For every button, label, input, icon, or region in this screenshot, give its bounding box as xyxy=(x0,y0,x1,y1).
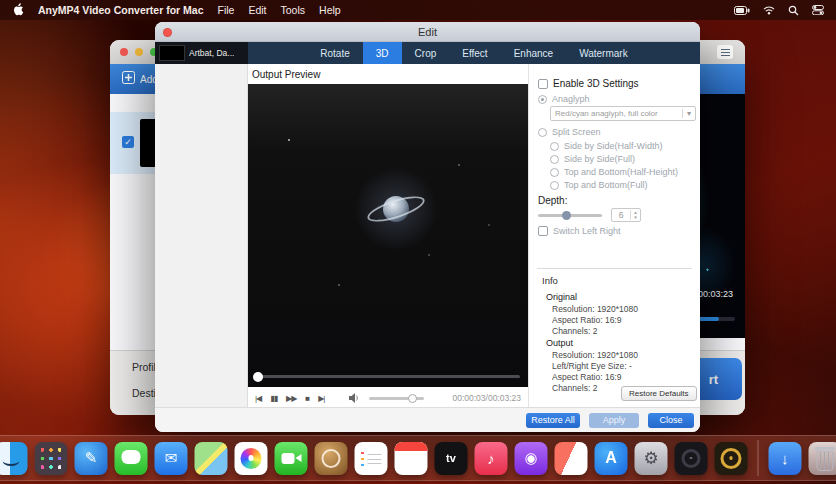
close-button[interactable]: Close xyxy=(648,413,694,428)
stop-button[interactable]: ■ xyxy=(305,394,309,403)
news-icon[interactable] xyxy=(555,442,588,475)
edit-dialog-title: Edit xyxy=(418,26,437,38)
fast-forward-button[interactable]: ▶▶ xyxy=(286,394,296,403)
app-store-icon[interactable]: A xyxy=(595,442,628,475)
menu-edit[interactable]: Edit xyxy=(248,4,266,16)
sidebar-video-item[interactable]: Artbat, Da... xyxy=(155,42,248,64)
reminders-icon[interactable] xyxy=(355,442,388,475)
anaglyph-mode-dropdown[interactable]: Red/cyan anaglyph, full color ▾ xyxy=(550,106,696,121)
video-converter-icon[interactable] xyxy=(715,442,748,475)
launchpad-icon[interactable] xyxy=(35,442,68,475)
side-by-side-half-radio[interactable] xyxy=(550,142,559,151)
menu-tools[interactable]: Tools xyxy=(281,4,306,16)
video-preview xyxy=(248,84,528,387)
messages-icon[interactable] xyxy=(115,442,148,475)
tab-crop[interactable]: Crop xyxy=(402,42,450,64)
next-frame-button[interactable]: ▶| xyxy=(318,394,324,403)
note-glyph: ♪ xyxy=(475,442,508,475)
calendar-icon[interactable] xyxy=(395,442,428,475)
enable-3d-checkbox[interactable] xyxy=(538,79,548,89)
output-title: Output xyxy=(546,338,573,348)
playback-controls: |◀ ▮▮ ▶▶ ■ ▶| 00:00:03/00:03:23 xyxy=(248,388,528,408)
tab-watermark[interactable]: Watermark xyxy=(566,42,641,64)
depth-slider[interactable] xyxy=(538,214,602,217)
volume-handle[interactable] xyxy=(408,394,417,403)
spinner-down-icon[interactable]: ▾ xyxy=(631,215,640,220)
pen-glyph: ✎ xyxy=(75,442,108,475)
depth-label: Depth: xyxy=(538,195,567,206)
podcasts-icon[interactable]: ◉ xyxy=(515,442,548,475)
list-view-button[interactable] xyxy=(717,45,733,59)
original-resolution: Resolution: 1920*1080 xyxy=(552,304,638,314)
round-brown-app-icon[interactable] xyxy=(315,442,348,475)
anaglyph-radio[interactable] xyxy=(538,95,547,104)
finder-icon[interactable] xyxy=(0,442,28,475)
tab-enhance[interactable]: Enhance xyxy=(501,42,566,64)
desktop-wallpaper: AnyMP4 Video Converter for Mac File Edit… xyxy=(0,0,836,484)
close-window-button[interactable] xyxy=(120,48,128,56)
maps-icon[interactable] xyxy=(195,442,228,475)
top-bottom-half-radio[interactable] xyxy=(550,168,559,177)
chevron-down-icon: ▾ xyxy=(682,109,695,118)
control-center-icon[interactable] xyxy=(812,5,824,15)
menu-help[interactable]: Help xyxy=(319,4,341,16)
output-channels: Channels: 2 xyxy=(552,383,597,393)
tab-rotate[interactable]: Rotate xyxy=(307,42,362,64)
download-arrow-glyph: ↓ xyxy=(769,442,802,475)
close-dialog-button[interactable] xyxy=(163,28,172,37)
edit-titlebar: Edit xyxy=(155,22,700,42)
anaglyph-mode-value: Red/cyan anaglyph, full color xyxy=(551,109,682,118)
depth-slider-handle[interactable] xyxy=(562,211,571,220)
envelope-glyph: ✉ xyxy=(155,442,188,475)
apple-menu-icon[interactable] xyxy=(12,3,24,18)
side-by-side-half-label: Side by Side(Half-Width) xyxy=(564,141,663,151)
top-bottom-full-radio[interactable] xyxy=(550,181,559,190)
apple-tv-icon[interactable]: tv xyxy=(435,442,468,475)
sidebar-video-thumbnail xyxy=(159,45,185,61)
original-channels: Channels: 2 xyxy=(552,326,597,336)
app-store-glyph: A xyxy=(595,442,628,475)
wifi-icon[interactable] xyxy=(763,6,775,15)
podcasts-glyph: ◉ xyxy=(515,442,548,475)
tab-3d[interactable]: 3D xyxy=(363,42,402,64)
minimize-window-button[interactable] xyxy=(135,48,143,56)
system-settings-icon[interactable]: ⚙ xyxy=(635,442,668,475)
battery-icon[interactable] xyxy=(734,6,750,15)
split-screen-radio[interactable] xyxy=(538,128,547,137)
seek-handle[interactable] xyxy=(253,372,263,382)
row-checkbox[interactable]: ✓ xyxy=(122,136,134,148)
edit-tab-bar: Rotate 3D Crop Effect Enhance Watermark xyxy=(248,42,700,64)
apply-button[interactable]: Apply xyxy=(589,413,639,428)
photos-icon[interactable] xyxy=(235,442,268,475)
output-resolution: Resolution: 1920*1080 xyxy=(552,350,638,360)
downloads-icon[interactable]: ↓ xyxy=(769,442,802,475)
clip-duration: 00:03:23 xyxy=(698,289,733,299)
enable-3d-label: Enable 3D Settings xyxy=(553,78,639,89)
output-aspect-ratio: Aspect Ratio: 16:9 xyxy=(552,372,621,382)
switch-left-right-checkbox[interactable] xyxy=(538,226,548,236)
pause-button[interactable]: ▮▮ xyxy=(270,394,277,403)
seek-bar[interactable] xyxy=(256,375,520,378)
side-by-side-full-label: Side by Side(Full) xyxy=(564,154,635,164)
depth-value-spinner[interactable]: 6 ▴ ▾ xyxy=(611,208,641,222)
side-by-side-full-radio[interactable] xyxy=(550,155,559,164)
restore-all-button[interactable]: Restore All xyxy=(526,413,580,428)
disc-app-icon[interactable] xyxy=(675,442,708,475)
tab-effect[interactable]: Effect xyxy=(449,42,500,64)
volume-slider[interactable] xyxy=(369,397,424,400)
mail-icon[interactable]: ✉ xyxy=(155,442,188,475)
menu-file[interactable]: File xyxy=(218,4,235,16)
restore-defaults-button[interactable]: Restore Defaults xyxy=(621,386,697,401)
anaglyph-label: Anaglyph xyxy=(552,94,590,104)
previous-frame-button[interactable]: |◀ xyxy=(255,394,261,403)
facetime-icon[interactable] xyxy=(275,442,308,475)
original-aspect-ratio: Aspect Ratio: 16:9 xyxy=(552,315,621,325)
3d-settings-panel: Enable 3D Settings Anaglyph Red/cyan ana… xyxy=(528,64,700,407)
menubar-app-name[interactable]: AnyMP4 Video Converter for Mac xyxy=(38,4,204,16)
music-icon[interactable]: ♪ xyxy=(475,442,508,475)
original-title: Original xyxy=(546,292,577,302)
markup-app-icon[interactable]: ✎ xyxy=(75,442,108,475)
trash-icon[interactable] xyxy=(809,442,836,475)
search-icon[interactable] xyxy=(788,5,799,16)
volume-icon[interactable] xyxy=(349,389,360,407)
